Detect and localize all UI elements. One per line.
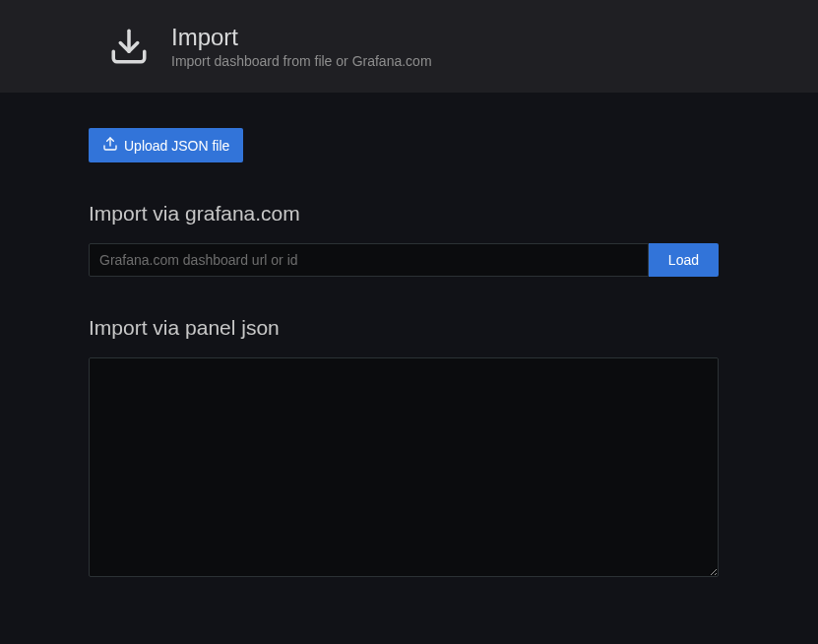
content-area: Upload JSON file Import via grafana.com … [0,93,818,581]
load-button[interactable]: Load [649,243,719,277]
header-text: Import Import dashboard from file or Gra… [171,24,432,69]
import-icon [108,26,150,67]
upload-json-button[interactable]: Upload JSON file [89,128,243,162]
upload-icon [102,136,118,155]
grafana-import-section: Import via grafana.com Load [89,202,729,277]
json-section-title: Import via panel json [89,316,729,340]
page-subtitle: Import dashboard from file or Grafana.co… [171,53,432,69]
grafana-section-title: Import via grafana.com [89,202,729,225]
upload-button-label: Upload JSON file [124,138,229,154]
json-textarea[interactable] [89,357,719,577]
page-title: Import [171,24,432,51]
json-import-section: Import via panel json [89,316,729,581]
page-header: Import Import dashboard from file or Gra… [0,0,818,93]
grafana-input-row: Load [89,243,719,277]
grafana-url-input[interactable] [89,243,649,277]
